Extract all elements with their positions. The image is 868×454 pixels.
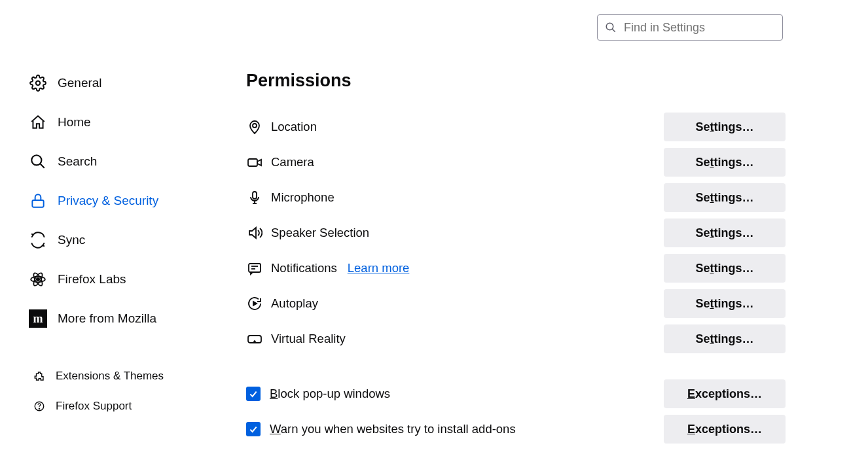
svg-marker-20 — [253, 302, 257, 306]
svg-rect-14 — [253, 192, 257, 199]
sidebar-item-extensions[interactable]: Extensions & Themes — [32, 361, 228, 391]
sidebar-item-sync[interactable]: Sync — [28, 220, 225, 260]
learn-more-link[interactable]: Learn more — [348, 261, 410, 275]
permission-label: Location — [271, 120, 317, 134]
microphone-icon — [246, 189, 263, 206]
checkbox-row-warn-addons: Warn you when websites try to install ad… — [246, 411, 786, 447]
sidebar-item-label: Firefox Support — [56, 400, 132, 413]
vr-icon — [246, 330, 263, 347]
sidebar-item-home[interactable]: Home — [28, 103, 225, 142]
permission-label: Microphone — [271, 190, 335, 205]
sidebar-item-privacy[interactable]: Privacy & Security — [28, 181, 225, 220]
sidebar-item-search[interactable]: Search — [28, 142, 225, 181]
permission-row-location: Location Settings… — [246, 109, 786, 145]
sidebar-item-label: More from Mozilla — [58, 311, 156, 326]
permission-row-notifications: Notifications Learn more Settings… — [246, 251, 786, 286]
permission-label: Virtual Reality — [271, 332, 346, 346]
speaker-icon — [246, 224, 263, 241]
sidebar-item-general[interactable]: General — [28, 63, 225, 103]
sidebar-item-label: Home — [58, 115, 91, 130]
permission-row-camera: Camera Settings… — [246, 145, 786, 180]
svg-point-11 — [39, 408, 39, 409]
settings-button-notifications[interactable]: Settings… — [664, 254, 786, 283]
help-icon — [32, 399, 46, 413]
svg-point-12 — [253, 124, 257, 128]
camera-icon — [246, 154, 263, 171]
svg-rect-17 — [249, 264, 261, 272]
lock-icon — [28, 191, 48, 211]
settings-button-location[interactable]: Settings… — [664, 113, 786, 141]
checkbox-label: Block pop-up windows — [270, 387, 390, 401]
sidebar-item-label: Search — [58, 154, 97, 169]
checkbox-label: Warn you when websites try to install ad… — [270, 422, 516, 436]
permission-row-vr: Virtual Reality Settings… — [246, 321, 786, 357]
permission-label: Speaker Selection — [271, 226, 369, 240]
sidebar-item-more-mozilla[interactable]: m More from Mozilla — [28, 299, 225, 338]
sidebar-item-support[interactable]: Firefox Support — [32, 391, 228, 421]
puzzle-icon — [32, 369, 46, 383]
location-icon — [246, 118, 263, 135]
svg-line-1 — [612, 29, 615, 32]
exceptions-button-addons[interactable]: Exceptions… — [664, 415, 786, 444]
exceptions-button-popups[interactable]: Exceptions… — [664, 379, 786, 408]
settings-button-camera[interactable]: Settings… — [664, 148, 786, 177]
svg-point-2 — [36, 81, 41, 86]
notification-icon — [246, 260, 263, 277]
permission-label: Autoplay — [271, 296, 318, 311]
mozilla-icon: m — [28, 309, 48, 328]
checkbox-block-popups[interactable] — [246, 387, 261, 401]
sidebar-item-label: Sync — [58, 233, 85, 247]
search-icon — [605, 22, 617, 33]
svg-line-4 — [41, 164, 45, 168]
sidebar: General Home Search Privacy & Security — [28, 63, 225, 338]
svg-point-6 — [37, 278, 39, 281]
svg-rect-5 — [32, 200, 43, 207]
settings-button-speaker[interactable]: Settings… — [664, 218, 786, 247]
permission-row-speaker: Speaker Selection Settings… — [246, 215, 786, 251]
sidebar-item-label: Firefox Labs — [58, 272, 126, 287]
checkbox-warn-addons[interactable] — [246, 422, 261, 436]
sidebar-item-label: General — [58, 76, 102, 90]
magnify-icon — [28, 152, 48, 171]
sidebar-item-label: Extensions & Themes — [56, 370, 164, 383]
atom-icon — [28, 270, 48, 289]
settings-button-microphone[interactable]: Settings… — [664, 183, 786, 212]
svg-point-3 — [31, 155, 41, 165]
sidebar-item-label: Privacy & Security — [58, 194, 158, 208]
settings-button-autoplay[interactable]: Settings… — [664, 289, 786, 318]
sidebar-item-labs[interactable]: Firefox Labs — [28, 260, 225, 299]
gear-icon — [28, 73, 48, 93]
checkbox-row-block-popups: Block pop-up windows Exceptions… — [246, 376, 786, 411]
sync-icon — [28, 230, 48, 250]
autoplay-icon — [246, 295, 263, 312]
search-container — [597, 14, 783, 41]
svg-rect-13 — [248, 159, 257, 166]
svg-point-0 — [606, 23, 613, 30]
permission-label: Camera — [271, 155, 314, 169]
search-input[interactable] — [597, 14, 783, 41]
permission-label: Notifications — [271, 261, 337, 275]
home-icon — [28, 113, 48, 132]
settings-button-vr[interactable]: Settings… — [664, 324, 786, 353]
permission-row-microphone: Microphone Settings… — [246, 180, 786, 215]
main-content: Permissions Location Settings… Camera Se… — [246, 71, 786, 447]
permission-row-autoplay: Autoplay Settings… — [246, 286, 786, 321]
section-title: Permissions — [246, 71, 786, 91]
sidebar-bottom: Extensions & Themes Firefox Support — [32, 361, 228, 421]
